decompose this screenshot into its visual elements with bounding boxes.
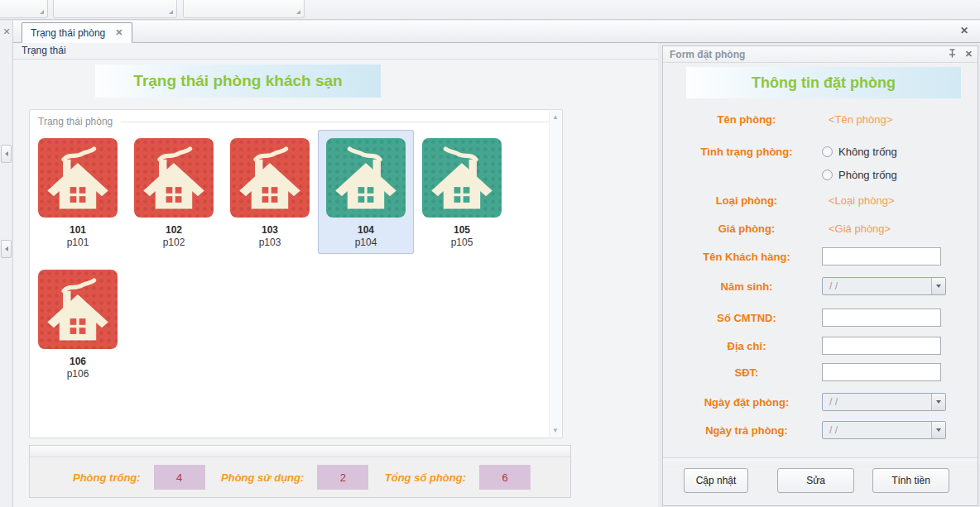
house-icon (332, 144, 400, 212)
chevron-down-icon (936, 285, 941, 288)
scroll-up-icon[interactable]: ▲ (550, 113, 561, 121)
field-label: SĐT: (671, 366, 822, 379)
room-status-groupbox: Trạng thái phòng 101p101 102p102 103p103 (29, 109, 563, 438)
room-code: p104 (355, 237, 377, 248)
field-tinh-trang-phong: Tình trạng phòng: Không trống Phòng trốn… (671, 140, 971, 186)
birthdate-picker[interactable]: / / (822, 277, 946, 295)
room-tile-103[interactable]: 103p103 (222, 130, 318, 254)
ribbon-group-fragment (53, 0, 177, 18)
room-status-icon (38, 270, 118, 349)
dropdown-button[interactable] (931, 422, 945, 438)
stat-total-rooms: Tổng số phòng: 6 (385, 465, 531, 490)
dialog-launcher-icon[interactable] (296, 10, 300, 14)
field-label: Giá phòng: (671, 222, 822, 235)
address-input[interactable] (822, 337, 941, 355)
stat-value: 4 (154, 465, 205, 490)
room-tile-102[interactable]: 102p102 (126, 130, 222, 254)
house-icon (44, 275, 112, 343)
dialog-launcher-icon[interactable] (40, 10, 44, 14)
scroll-down-icon[interactable]: ▼ (550, 427, 561, 434)
close-icon[interactable]: ✕ (2, 27, 12, 36)
room-tile-104[interactable]: 104p104 (318, 130, 414, 254)
radio-khong-trong[interactable]: Không trống (822, 140, 963, 163)
room-tile-105[interactable]: 105p105 (414, 130, 510, 254)
page-title: Trạng thái phòng khách sạn (95, 65, 381, 98)
vertical-scrollbar[interactable]: ▲ ▼ (549, 111, 561, 437)
chevron-down-icon (936, 400, 941, 404)
tab-strip: Trạng thái phòng ✕ ✕ (13, 21, 980, 43)
house-icon (140, 144, 208, 212)
room-number: 101 (70, 224, 86, 236)
tabstrip-close-icon[interactable]: ✕ (960, 25, 968, 36)
tab-trang-thai-phong[interactable]: Trạng thái phòng ✕ (22, 22, 132, 43)
panel-header: Form đặt phòng ✕ (663, 46, 978, 63)
field-gia-phong: Giá phòng: <Giá phòng> (671, 218, 971, 238)
rooms-grid: 101p101 102p102 103p103 104p104 (30, 130, 547, 385)
house-icon (428, 144, 496, 212)
update-button[interactable]: Cập nhật (684, 468, 748, 493)
field-value: <Giá phòng> (822, 222, 891, 235)
stat-label: Phòng trống: (73, 471, 141, 484)
field-label: Tên Khách hàng: (671, 251, 822, 263)
phone-input[interactable] (822, 363, 941, 381)
pin-icon[interactable] (948, 49, 957, 60)
room-status-icon (230, 138, 310, 218)
stat-value: 2 (317, 465, 368, 490)
customer-name-input[interactable] (822, 247, 941, 265)
left-dock-rail: ✕ (0, 21, 13, 507)
main-content: Trạng thái phòng khách sạn Trạng thái ph… (13, 60, 658, 507)
radio-phong-trong[interactable]: Phòng trống (822, 163, 963, 186)
field-label: Năm sinh: (671, 280, 822, 293)
field-label: Ngày đặt phòng: (671, 396, 822, 409)
stat-used-rooms: Phòng sử dụng: 2 (221, 465, 368, 490)
room-code: p106 (67, 368, 89, 380)
dialog-launcher-icon[interactable] (169, 10, 173, 14)
close-icon[interactable]: ✕ (965, 50, 973, 59)
field-ngay-dat-phong: Ngày đặt phòng: / / (671, 392, 971, 412)
room-tile-101[interactable]: 101p101 (30, 130, 126, 254)
room-status-icon (38, 138, 118, 218)
radio-label: Không trống (838, 146, 897, 158)
button-bar (663, 457, 978, 467)
room-code: p102 (163, 237, 185, 248)
dropdown-button[interactable] (931, 394, 945, 410)
menu-item-trang-thai[interactable]: Trạng thái (22, 45, 66, 56)
date-value: / / (823, 396, 931, 408)
id-number-input[interactable] (822, 309, 941, 327)
field-ten-phong: Tên phòng: <Tên phòng> (671, 109, 971, 129)
stat-value: 6 (479, 465, 531, 490)
tab-close-icon[interactable]: ✕ (115, 27, 122, 38)
calculate-button[interactable]: Tính tiền (872, 468, 949, 493)
panel-title: Form đặt phòng (670, 49, 745, 60)
edit-button[interactable]: Sửa (777, 468, 854, 493)
field-label: Loại phòng: (671, 194, 822, 207)
checkout-date-picker[interactable]: / / (822, 421, 946, 439)
room-tile-106[interactable]: 106p106 (30, 261, 126, 385)
date-value: / / (823, 424, 931, 436)
field-ten-khach-hang: Tên Khách hàng: (671, 246, 971, 266)
house-icon (236, 144, 304, 212)
room-status-icon (134, 138, 214, 218)
field-label: Địa chỉ: (671, 340, 822, 352)
room-number: 103 (262, 224, 278, 236)
checkin-date-picker[interactable]: / / (822, 393, 946, 411)
stats-panel-header (30, 446, 570, 457)
expand-panel-button[interactable] (1, 240, 12, 258)
date-value: / / (823, 280, 931, 292)
stats-panel: Phòng trống: 4 Phòng sử dụng: 2 Tổng số … (29, 445, 571, 498)
stat-empty-rooms: Phòng trống: 4 (73, 465, 205, 490)
field-loai-phong: Loại phòng: <Loại phòng> (671, 190, 971, 210)
dropdown-button[interactable] (931, 278, 945, 294)
field-label: Tên phòng: (671, 113, 822, 126)
field-so-cmtnd: Số CMTND: (671, 308, 971, 328)
expand-panel-button[interactable] (1, 145, 12, 163)
radio-group: Không trống Phòng trống (822, 140, 963, 186)
field-value: <Loại phòng> (822, 194, 895, 207)
room-code: p103 (259, 237, 281, 248)
room-number: 104 (358, 224, 374, 236)
form-title: Thông tin đặt phòng (686, 67, 961, 98)
radio-label: Phòng trống (838, 169, 897, 181)
room-status-icon (422, 138, 502, 218)
field-ngay-tra-phong: Ngày trả phòng: / / (671, 420, 971, 440)
room-number: 102 (166, 224, 182, 236)
